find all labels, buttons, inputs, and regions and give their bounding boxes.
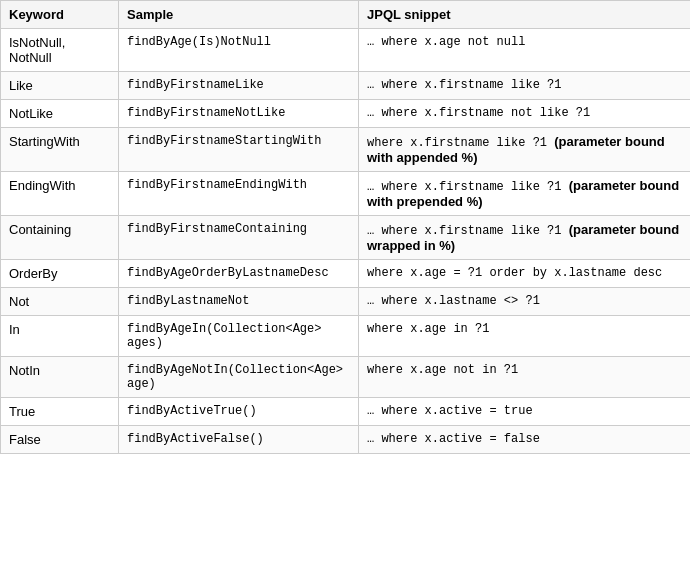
- cell-keyword: NotLike: [1, 100, 119, 128]
- cell-keyword: OrderBy: [1, 260, 119, 288]
- header-sample: Sample: [119, 1, 359, 29]
- cell-sample: findByLastnameNot: [119, 288, 359, 316]
- table-row: ContainingfindByFirstnameContaining… whe…: [1, 216, 691, 260]
- cell-sample: findByFirstnameStartingWith: [119, 128, 359, 172]
- cell-sample: findByFirstnameEndingWith: [119, 172, 359, 216]
- table-row: StartingWithfindByFirstnameStartingWithw…: [1, 128, 691, 172]
- cell-jpql: … where x.firstname like ?1 (parameter b…: [359, 216, 691, 260]
- table-row: TruefindByActiveTrue()… where x.active =…: [1, 398, 691, 426]
- cell-jpql: where x.age not in ?1: [359, 357, 691, 398]
- cell-jpql: where x.age = ?1 order by x.lastname des…: [359, 260, 691, 288]
- cell-sample: findByAgeOrderByLastnameDesc: [119, 260, 359, 288]
- table-row: EndingWithfindByFirstnameEndingWith… whe…: [1, 172, 691, 216]
- table-row: IsNotNull, NotNullfindByAge(Is)NotNull… …: [1, 29, 691, 72]
- cell-sample: findByAge(Is)NotNull: [119, 29, 359, 72]
- cell-jpql: where x.firstname like ?1 (parameter bou…: [359, 128, 691, 172]
- cell-keyword: NotIn: [1, 357, 119, 398]
- cell-keyword: EndingWith: [1, 172, 119, 216]
- cell-jpql: … where x.lastname <> ?1: [359, 288, 691, 316]
- cell-sample: findByFirstnameNotLike: [119, 100, 359, 128]
- cell-jpql: … where x.active = true: [359, 398, 691, 426]
- cell-sample: findByFirstnameContaining: [119, 216, 359, 260]
- cell-jpql: … where x.firstname like ?1 (parameter b…: [359, 172, 691, 216]
- table-header-row: Keyword Sample JPQL snippet: [1, 1, 691, 29]
- table-row: OrderByfindByAgeOrderByLastnameDescwhere…: [1, 260, 691, 288]
- cell-keyword: In: [1, 316, 119, 357]
- cell-jpql: … where x.age not null: [359, 29, 691, 72]
- table-row: NotLikefindByFirstnameNotLike… where x.f…: [1, 100, 691, 128]
- cell-keyword: IsNotNull, NotNull: [1, 29, 119, 72]
- cell-sample: findByAgeNotIn(Collection<Age> age): [119, 357, 359, 398]
- cell-keyword: StartingWith: [1, 128, 119, 172]
- table-row: NotfindByLastnameNot… where x.lastname <…: [1, 288, 691, 316]
- cell-jpql: … where x.active = false: [359, 426, 691, 454]
- cell-keyword: False: [1, 426, 119, 454]
- header-keyword: Keyword: [1, 1, 119, 29]
- table-row: NotInfindByAgeNotIn(Collection<Age> age)…: [1, 357, 691, 398]
- cell-sample: findByActiveFalse(): [119, 426, 359, 454]
- cell-sample: findByAgeIn(Collection<Age> ages): [119, 316, 359, 357]
- cell-jpql: where x.age in ?1: [359, 316, 691, 357]
- cell-jpql: … where x.firstname not like ?1: [359, 100, 691, 128]
- table-row: InfindByAgeIn(Collection<Age> ages)where…: [1, 316, 691, 357]
- cell-keyword: True: [1, 398, 119, 426]
- jpql-keywords-table: Keyword Sample JPQL snippet IsNotNull, N…: [0, 0, 690, 454]
- table-row: FalsefindByActiveFalse()… where x.active…: [1, 426, 691, 454]
- cell-jpql: … where x.firstname like ?1: [359, 72, 691, 100]
- cell-keyword: Like: [1, 72, 119, 100]
- header-jpql: JPQL snippet: [359, 1, 691, 29]
- cell-sample: findByFirstnameLike: [119, 72, 359, 100]
- cell-keyword: Containing: [1, 216, 119, 260]
- table-row: LikefindByFirstnameLike… where x.firstna…: [1, 72, 691, 100]
- cell-keyword: Not: [1, 288, 119, 316]
- cell-sample: findByActiveTrue(): [119, 398, 359, 426]
